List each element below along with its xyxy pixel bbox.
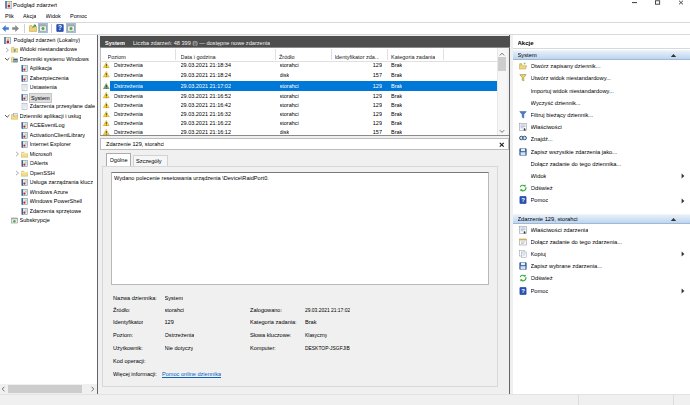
svg-text:?: ? bbox=[521, 288, 525, 294]
svg-text:?: ? bbox=[521, 197, 525, 203]
svg-text:?: ? bbox=[58, 24, 62, 31]
